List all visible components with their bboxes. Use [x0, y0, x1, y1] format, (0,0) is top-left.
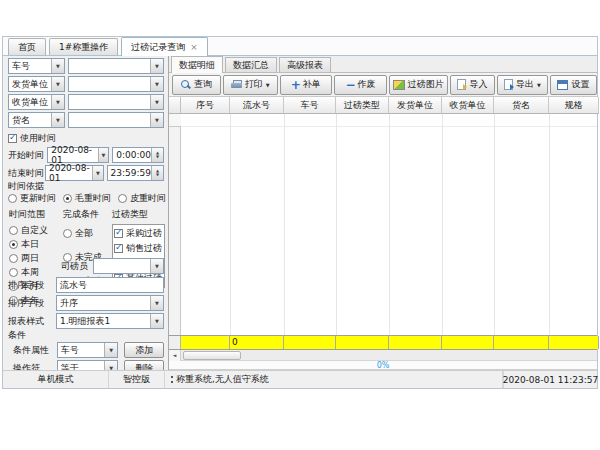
import-button[interactable]: 导入: [450, 75, 495, 95]
radio-range-custom[interactable]: 自定义: [9, 224, 61, 237]
vehicle-field-select[interactable]: 车号▼: [8, 58, 65, 74]
column-header-sender[interactable]: 发货单位: [389, 97, 442, 114]
tab-data-detail[interactable]: 数据明细: [171, 56, 223, 73]
radio-gross-time[interactable]: 毛重时间: [63, 192, 111, 205]
filter-row-goods: 货名▼ ▼: [8, 112, 164, 128]
start-time-value: 0:00:00: [116, 150, 151, 160]
sender-value-combo[interactable]: ▼: [68, 76, 164, 92]
report-style-combo[interactable]: 1.明细报表1▼: [56, 313, 164, 329]
condition-op-label: 操作符: [13, 362, 57, 371]
current-row-indicator: [169, 114, 181, 127]
main-tab-bar: 首页 1#称重操作 过磅记录查询×: [3, 37, 597, 56]
column-header-spec[interactable]: 规格: [549, 97, 599, 114]
report-style-row: 报表样式 1.明细报表1▼: [8, 313, 164, 329]
data-tab-bar: 数据明细 数据汇总 高级报表: [169, 56, 597, 73]
weigher-combo[interactable]: ▼: [93, 258, 164, 274]
radio-finish-all[interactable]: 全部: [63, 227, 111, 240]
chevron-down-icon[interactable]: ▼: [104, 343, 117, 357]
scrollbar-thumb[interactable]: [183, 351, 241, 360]
progress-bar: 0%: [169, 361, 597, 370]
chevron-down-icon[interactable]: ▼: [150, 77, 163, 91]
supplement-button[interactable]: +补单: [280, 75, 333, 95]
tab-data-summary-label: 数据汇总: [233, 60, 269, 70]
chevron-down-icon[interactable]: ▼: [150, 314, 163, 328]
start-time-spinner[interactable]: 0:00:00▲▼: [112, 147, 164, 163]
chevron-down-icon[interactable]: ▼: [150, 95, 163, 109]
chevron-down-icon[interactable]: ▼: [266, 82, 270, 88]
end-date-picker[interactable]: 2020-08-01▼: [45, 165, 104, 181]
close-icon[interactable]: ×: [190, 42, 198, 52]
tab-data-detail-label: 数据明细: [179, 60, 215, 70]
app-window: 首页 1#称重操作 过磅记录查询× 车号▼ ▼ 发货单位▼ ▼ 收货单位▼ ▼ …: [2, 36, 598, 389]
calendar-dropdown-icon[interactable]: ▼: [92, 166, 102, 180]
chevron-down-icon[interactable]: ▼: [51, 77, 64, 91]
sort-order-combo[interactable]: 升序▼: [56, 295, 164, 311]
column-header-vehicle[interactable]: 车号: [284, 97, 336, 114]
summary-cell: [494, 336, 549, 349]
checkbox-sale[interactable]: 销售过磅: [114, 242, 163, 255]
radio-update-time[interactable]: 更新时间: [8, 192, 56, 205]
tab-advanced-report[interactable]: 高级报表: [279, 57, 331, 72]
condition-op-combo[interactable]: 等于▼: [57, 360, 119, 370]
spinner-icon[interactable]: ▲▼: [151, 148, 163, 162]
receiver-value-combo[interactable]: ▼: [68, 94, 164, 110]
chevron-down-icon[interactable]: ▼: [104, 361, 117, 370]
sort-order-value: 升序: [60, 297, 78, 310]
vehicle-value-combo[interactable]: ▼: [68, 58, 164, 74]
column-header-serial[interactable]: 流水号: [230, 97, 284, 114]
status-system-label: 称重系统,无人值守系统: [176, 373, 269, 386]
tab-record-query[interactable]: 过磅记录查询×: [121, 37, 208, 56]
grid-header: 序号 流水号 车号 过磅类型 发货单位 收货单位 货名 规格: [169, 97, 597, 114]
weigh-type-label: 过磅类型: [112, 208, 165, 221]
checkbox-purchase[interactable]: 采购过磅: [114, 227, 163, 240]
goods-field-select[interactable]: 货名▼: [8, 112, 65, 128]
chevron-down-icon[interactable]: ▼: [150, 296, 163, 310]
chevron-down-icon[interactable]: ▼: [150, 113, 163, 127]
weigh-photo-button[interactable]: 过磅图片: [389, 75, 448, 95]
checkbox-checked-icon: [114, 229, 123, 238]
radio-icon: [9, 226, 18, 235]
radio-range-two-days[interactable]: 两日: [9, 252, 61, 265]
status-datetime-label: 2020-08-01 11:23:57: [503, 375, 599, 385]
void-button[interactable]: −作废: [334, 75, 387, 95]
tab-home[interactable]: 首页: [8, 38, 46, 55]
grid-column-line: [442, 114, 443, 335]
chevron-down-icon[interactable]: ▼: [537, 82, 541, 88]
grid-body[interactable]: [169, 114, 597, 335]
goods-value-combo[interactable]: ▼: [68, 112, 164, 128]
sort-field-input[interactable]: 流水号: [56, 277, 164, 293]
add-condition-button[interactable]: 添加: [124, 342, 164, 358]
calendar-dropdown-icon[interactable]: ▼: [98, 148, 109, 162]
export-button[interactable]: 导出▼: [497, 75, 548, 95]
end-time-spinner[interactable]: 23:59:59▲▼: [107, 165, 164, 181]
start-date-picker[interactable]: 2020-08-01▼: [47, 147, 109, 163]
query-button[interactable]: 查询: [172, 75, 221, 95]
sender-field-select[interactable]: 发货单位▼: [8, 76, 65, 92]
column-header-weigh-type[interactable]: 过磅类型: [336, 97, 389, 114]
filter-row-vehicle: 车号▼ ▼: [8, 58, 164, 74]
condition-attr-combo[interactable]: 车号▼: [57, 342, 119, 358]
spinner-icon[interactable]: ▲▼: [151, 166, 163, 180]
tab-weighing-operation[interactable]: 1#称重操作: [49, 38, 118, 55]
chevron-down-icon[interactable]: ▼: [51, 113, 64, 127]
chevron-down-icon[interactable]: ▼: [51, 95, 64, 109]
radio-finish-all-label: 全部: [75, 227, 93, 240]
print-button[interactable]: 打印▼: [223, 75, 278, 95]
receiver-field-select[interactable]: 收货单位▼: [8, 94, 65, 110]
chevron-down-icon[interactable]: ▼: [51, 59, 64, 73]
column-header-seq[interactable]: 序号: [181, 97, 230, 114]
time-range-label: 时间范围: [9, 208, 61, 221]
scroll-left-icon[interactable]: ◄: [169, 350, 181, 361]
radio-tare-time[interactable]: 皮重时间: [118, 192, 166, 205]
tab-data-summary[interactable]: 数据汇总: [225, 57, 277, 72]
column-header-goods[interactable]: 货名: [494, 97, 549, 114]
use-time-label: 使用时间: [20, 132, 56, 145]
chevron-down-icon[interactable]: ▼: [150, 259, 163, 273]
delete-condition-button[interactable]: 删除: [124, 360, 164, 370]
column-header-receiver[interactable]: 收货单位: [442, 97, 494, 114]
chevron-down-icon[interactable]: ▼: [150, 59, 163, 73]
use-time-checkbox[interactable]: [8, 134, 17, 143]
radio-range-today[interactable]: 本日: [9, 238, 61, 251]
settings-button[interactable]: 设置: [550, 75, 597, 95]
horizontal-scrollbar[interactable]: ◄: [169, 350, 597, 361]
